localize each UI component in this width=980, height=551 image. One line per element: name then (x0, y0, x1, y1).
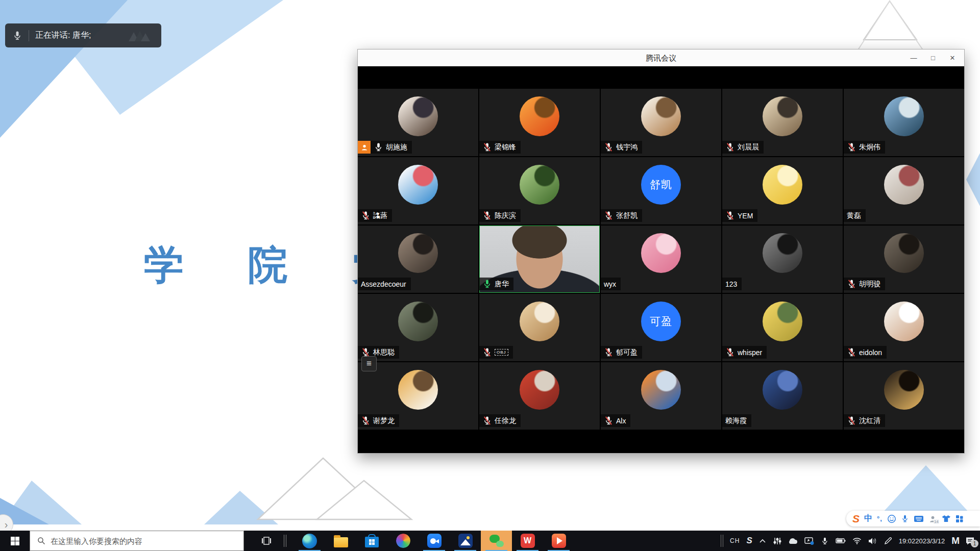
participant-namebar: whisper (722, 346, 767, 359)
mic-icon (725, 347, 735, 357)
participant-tile[interactable]: 林思聪 (358, 294, 478, 361)
taskbar-app-colorful[interactable] (387, 531, 419, 551)
cloud-icon[interactable] (788, 537, 798, 544)
sogou-tray-icon[interactable]: S (746, 536, 752, 546)
participant-tile[interactable]: 梁锦锋 (479, 89, 600, 156)
participant-tile[interactable]: 沈红清 (844, 362, 964, 430)
participant-tile[interactable]: Assezdecoeur (358, 226, 478, 293)
participant-tile[interactable]: 赖海霞 (722, 362, 843, 430)
notification-center-button[interactable]: 1 (965, 537, 975, 545)
mic-icon (482, 416, 492, 425)
participant-name: 123 (725, 280, 737, 288)
start-button[interactable] (0, 531, 30, 551)
wifi-icon[interactable] (852, 537, 862, 544)
taskbar-app-file-explorer[interactable] (325, 531, 356, 551)
pen-icon[interactable] (884, 537, 892, 545)
participant-tile[interactable]: 钱宇鸿 (601, 89, 721, 156)
punctuation-toggle[interactable]: °, (877, 515, 883, 522)
participant-tile[interactable]: whisper (722, 294, 843, 361)
search-input[interactable] (51, 537, 219, 545)
participant-tile[interactable]: 可盈 郁可盈 (601, 294, 721, 361)
participant-tile[interactable]: 123 (722, 226, 843, 293)
name-chip: YEM (722, 209, 757, 222)
participant-namebar: YEM (722, 209, 757, 222)
participant-namebar: 123 (722, 278, 742, 290)
window-titlebar[interactable]: 腾讯会议 — □ ✕ (358, 49, 964, 66)
tray-chevron-up-icon[interactable] (759, 538, 766, 544)
file-explorer-icon (334, 537, 348, 547)
taskbar-app-album[interactable] (450, 531, 481, 551)
participant-tile[interactable]: wyx (601, 226, 721, 293)
speaking-label: 正在讲话: 唐华; (35, 30, 91, 41)
participant-namebar: 胡施施 (358, 141, 412, 154)
participant-name: 胡施施 (386, 143, 407, 152)
participant-tile[interactable]: 胡明骏 (844, 226, 964, 293)
toolbox-grid-icon[interactable] (955, 515, 964, 523)
language-indicator[interactable]: CH (730, 537, 740, 544)
participant-tile[interactable]: 黄磊 (844, 157, 964, 224)
sogou-logo-icon[interactable]: S (852, 513, 860, 525)
participant-tile[interactable]: 任徐龙 (479, 362, 600, 430)
mic-icon (725, 142, 735, 152)
avatar (641, 96, 681, 136)
taskbar-app-store[interactable] (356, 531, 387, 551)
name-chip: 任徐龙 (479, 414, 521, 427)
taskbar-app-slideshow[interactable] (543, 531, 574, 551)
taskbar-app-edge[interactable] (294, 531, 325, 551)
m-logo-tray-icon[interactable]: M (951, 535, 959, 546)
volume-icon[interactable] (868, 537, 877, 545)
participant-tile[interactable]: Alx (601, 362, 721, 430)
participant-name: YEM (738, 212, 753, 220)
name-chip: 谢梦龙 (358, 414, 399, 427)
avatar (884, 302, 924, 341)
voice-input-icon[interactable] (901, 514, 909, 523)
login-avatar-icon[interactable]: 14 (928, 515, 937, 523)
participant-tile[interactable]: 陈庆滨 (479, 157, 600, 224)
participant-tile[interactable]: OBJ (479, 294, 600, 361)
participant-name: 黄磊 (847, 211, 861, 220)
cast-display-icon[interactable] (804, 537, 814, 545)
virtual-keyboard-icon[interactable] (914, 515, 924, 522)
tray-microphone-icon[interactable] (821, 537, 829, 545)
battery-icon[interactable] (836, 538, 846, 544)
task-view-button[interactable] (255, 531, 278, 551)
participant-tile[interactable]: YEM (722, 157, 843, 224)
participant-tile[interactable]: 朱炯伟 (844, 89, 964, 156)
microphone-icon (12, 31, 22, 41)
participant-name: 梁锦锋 (495, 143, 516, 152)
minimize-button[interactable]: — (904, 49, 923, 66)
participant-name: whisper (738, 348, 762, 357)
taskbar-app-wechat[interactable] (481, 531, 512, 551)
avatar (884, 233, 924, 273)
participant-name: Assezdecoeur (361, 280, 406, 288)
maximize-button[interactable]: □ (923, 49, 943, 66)
mic-icon (604, 211, 614, 220)
mixer-icon[interactable] (773, 537, 781, 545)
participant-tile[interactable]: 舒凯 张舒凯 (601, 157, 721, 224)
taskbar-app-wps[interactable]: W (512, 531, 543, 551)
participant-name: 张舒凯 (616, 211, 638, 220)
input-mode-toggle[interactable]: 中 (864, 513, 872, 524)
presenter-menu-button[interactable]: ≡ (361, 356, 377, 371)
participant-tile[interactable]: 胡施施 (358, 89, 478, 156)
taskbar-app-tencent-meeting[interactable] (419, 531, 450, 551)
participant-tile[interactable]: 谢梦龙 (358, 362, 478, 430)
participant-name: 林思聪 (373, 348, 395, 357)
participant-namebar: 任徐龙 (479, 414, 521, 427)
participant-name: 刘晨晨 (738, 143, 759, 152)
participant-tile[interactable]: 唐华 (479, 226, 600, 293)
emoji-icon[interactable] (887, 514, 896, 523)
participant-tile[interactable]: 刘晨晨 (722, 89, 843, 156)
taskbar-search[interactable] (30, 531, 244, 551)
name-chip: 陈庆滨 (479, 209, 521, 222)
participant-tile[interactable]: 詺蕗 (358, 157, 478, 224)
avatar (520, 302, 559, 341)
participant-tile[interactable]: eidolon (844, 294, 964, 361)
avatar (520, 370, 559, 410)
avatar (398, 370, 438, 410)
participant-namebar: 黄磊 (844, 209, 866, 222)
mic-icon (604, 142, 614, 152)
tray-clock[interactable]: 19:02 2023/3/12 (899, 537, 945, 545)
skin-tshirt-icon[interactable] (942, 515, 951, 523)
close-button[interactable]: ✕ (943, 49, 962, 66)
